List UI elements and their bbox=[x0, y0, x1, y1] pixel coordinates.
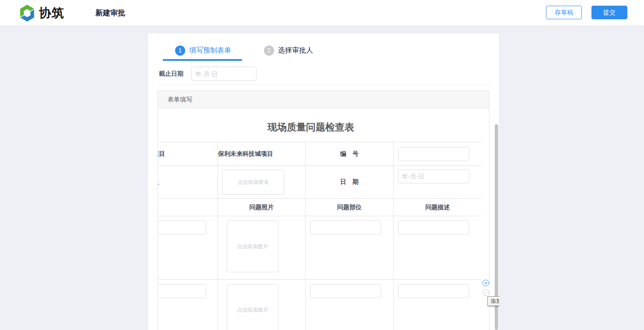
serial-input[interactable] bbox=[158, 284, 206, 298]
add-row-button[interactable]: + bbox=[482, 280, 489, 286]
step2-number-badge: 2 bbox=[264, 46, 274, 56]
signature-upload[interactable]: 点击添加签名 bbox=[222, 170, 284, 195]
table-header-row: 序号 问题照片 问题部位 问题描述 bbox=[158, 199, 481, 216]
deadline-date-input[interactable] bbox=[191, 67, 257, 81]
photo-placeholder: 点击添加图片 bbox=[237, 306, 268, 314]
table-row: 检查人 点击添加签名 日 期 bbox=[158, 166, 481, 199]
project-value: 保利未来科技城项目 bbox=[218, 142, 306, 166]
number-label: 编 号 bbox=[306, 142, 394, 166]
remove-row-button[interactable]: − bbox=[482, 289, 489, 296]
column-header-location: 问题部位 bbox=[306, 199, 394, 216]
column-header-description: 问题描述 bbox=[394, 199, 482, 216]
submit-button[interactable]: 提交 bbox=[591, 6, 627, 19]
step1-number-badge: 1 bbox=[175, 46, 185, 56]
project-label: 工程项目 bbox=[158, 142, 218, 166]
step1-label: 填写预制表单 bbox=[189, 46, 231, 55]
column-header-photo: 问题照片 bbox=[218, 199, 306, 216]
step2-label: 选择审批人 bbox=[278, 46, 313, 55]
checklist-title: 现场质量问题检查表 bbox=[158, 121, 481, 134]
table-viewport: 现场质量问题检查表 工程项目 保利未来科技城项目 编 号 检查人 bbox=[158, 109, 481, 330]
form-section-header: 表单填写 bbox=[158, 91, 489, 108]
section-divider bbox=[158, 84, 490, 85]
logo-text: 协筑 bbox=[39, 5, 64, 21]
add-row-tooltip: 添加行 bbox=[487, 296, 499, 306]
save-draft-button[interactable]: 存草稿 bbox=[546, 6, 582, 19]
serial-input[interactable] bbox=[158, 221, 206, 235]
logo-icon bbox=[18, 4, 36, 22]
issue-row: 点击添加图片 bbox=[158, 216, 481, 280]
photo-upload[interactable]: 点击添加图片 bbox=[227, 221, 278, 272]
table-row: 工程项目 保利未来科技城项目 编 号 bbox=[158, 142, 481, 166]
app-logo: 协筑 bbox=[18, 4, 64, 22]
number-input[interactable] bbox=[398, 147, 469, 161]
photo-upload[interactable]: 点击添加图片 bbox=[227, 284, 278, 330]
issue-row: 点击添加图片 bbox=[158, 280, 481, 330]
photo-placeholder: 点击添加图片 bbox=[237, 243, 268, 250]
page-title: 新建审批 bbox=[95, 0, 125, 26]
top-bar: 协筑 新建审批 存草稿 提交 bbox=[0, 0, 644, 26]
deadline-label: 截止日期 bbox=[159, 70, 183, 78]
approval-form-card: 1 填写预制表单 2 选择审批人 截止日期 表单填写 现场质量问题检查表 工程项… bbox=[148, 33, 499, 330]
step-fill-form[interactable]: 1 填写预制表单 bbox=[175, 46, 231, 56]
date-label: 日 期 bbox=[306, 166, 394, 199]
description-input[interactable] bbox=[398, 284, 469, 298]
column-header-serial: 序号 bbox=[158, 199, 218, 216]
step-select-approver[interactable]: 2 选择审批人 bbox=[264, 46, 313, 56]
date-input[interactable] bbox=[398, 169, 469, 183]
inspector-label: 检查人 bbox=[158, 166, 218, 199]
location-input[interactable] bbox=[310, 284, 381, 298]
form-scroll-area: 截止日期 表单填写 现场质量问题检查表 工程项目 保利未来科技城项目 编 号 bbox=[148, 62, 499, 330]
form-fill-section: 表单填写 现场质量问题检查表 工程项目 保利未来科技城项目 编 号 检查人 bbox=[158, 91, 489, 330]
location-input[interactable] bbox=[310, 221, 381, 235]
active-step-underline bbox=[163, 59, 242, 61]
quality-checklist-table: 工程项目 保利未来科技城项目 编 号 检查人 点击添加签名 bbox=[158, 142, 481, 330]
signature-placeholder: 点击添加签名 bbox=[238, 179, 269, 186]
description-input[interactable] bbox=[398, 221, 469, 235]
